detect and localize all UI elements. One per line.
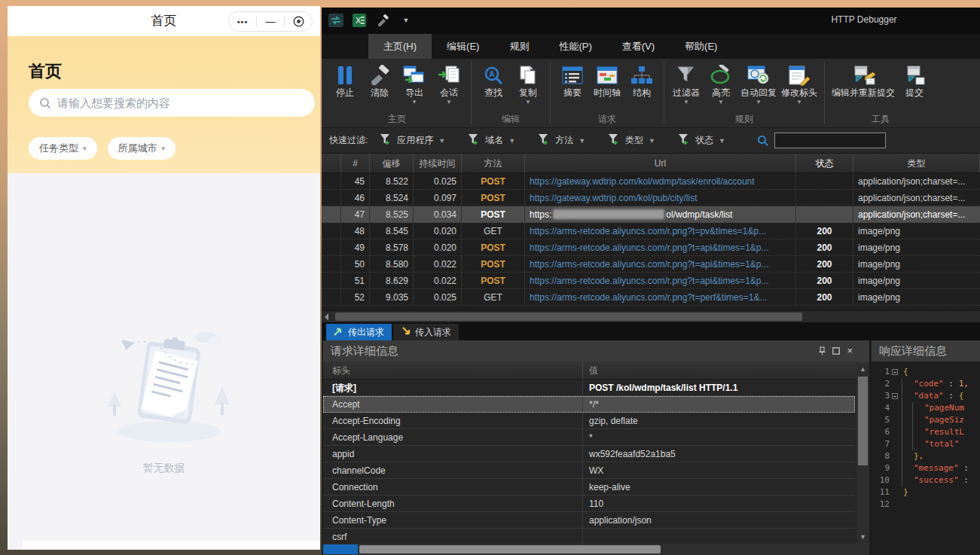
table-row[interactable]: 518.6290.022POSThttps://arms-retcode.ali…	[322, 273, 980, 289]
table-row[interactable]: 498.5780.020POSThttps://arms-retcode.ali…	[322, 239, 980, 256]
ribbon-button[interactable]: 过滤器▼	[669, 62, 704, 106]
request-vertical-scrollbar[interactable]: ▲ ▼	[856, 363, 869, 544]
cell: 8.525	[370, 206, 414, 222]
header-row[interactable]: channelCodeWX	[323, 462, 855, 479]
line-number: 3	[872, 390, 890, 402]
quick-filter-方法[interactable]: 方法▼	[538, 133, 585, 148]
header-row[interactable]: appidwx592feaafd52a1ba5	[323, 446, 855, 462]
table-row[interactable]: 478.5250.034POSThttps:ol/wdmp/task/lista…	[322, 206, 980, 223]
quick-filter-应用程序[interactable]: 应用程序▼	[380, 133, 445, 148]
scroll-left-icon[interactable]	[325, 313, 328, 321]
record-circle-icon[interactable]	[285, 12, 312, 31]
header-row[interactable]: Accept-Language*	[323, 429, 855, 446]
code-text: "data" : {	[900, 390, 980, 402]
search-input[interactable]	[57, 96, 304, 109]
header-row[interactable]: csrf	[323, 529, 855, 544]
ribbon-button[interactable]: 清除	[362, 62, 397, 106]
fold-gutter	[890, 426, 900, 438]
header-row[interactable]: [请求]POST /kol/wdmp/task/list HTTP/1.1	[323, 380, 855, 396]
column-header-value[interactable]: 值	[583, 361, 869, 379]
ribbon-button[interactable]: 会话▼	[432, 62, 466, 106]
fold-toggle-icon[interactable]	[890, 366, 900, 378]
column-header[interactable]: 方法	[462, 154, 525, 172]
ribbon-button[interactable]: A查找	[476, 62, 511, 106]
search-box[interactable]	[29, 89, 315, 117]
stream-tab-label: 传出请求	[348, 326, 384, 339]
column-header[interactable]: 偏移	[370, 154, 414, 172]
table-row[interactable]: 488.5450.020GEThttps://arms-retcode.aliy…	[322, 223, 980, 239]
column-header[interactable]	[322, 154, 341, 172]
ribbon-group-buttons: 摘要 时间轴 结构	[555, 62, 659, 112]
line-number: 12	[872, 499, 890, 511]
menu-tab[interactable]: 帮助(E)	[670, 34, 732, 59]
column-header[interactable]: 持续时间	[414, 154, 462, 172]
menu-tab[interactable]: 性能(P)	[544, 34, 606, 59]
stream-tab[interactable]: 传出请求	[326, 324, 392, 340]
header-name: csrf	[323, 529, 583, 544]
menu-tab[interactable]: 编辑(E)	[432, 34, 494, 59]
auto-reply-icon	[746, 63, 771, 87]
fold-toggle-icon[interactable]	[890, 390, 900, 402]
cell-url: https://gateway.wdtrip.com/kol/pub/city/…	[525, 190, 796, 206]
maximize-icon[interactable]	[832, 347, 840, 355]
stream-tab[interactable]: 传入请求	[393, 324, 459, 340]
ribbon-button[interactable]: 摘要	[555, 62, 590, 106]
ribbon-button[interactable]: 停止	[328, 62, 362, 106]
close-icon[interactable]: ×	[847, 340, 853, 361]
column-header-name[interactable]: 标头	[323, 361, 583, 379]
quick-filter-类型[interactable]: 类型▼	[608, 133, 655, 148]
quick-filter-域名[interactable]: 域名▼	[468, 133, 515, 148]
request-horizontal-scrollbar[interactable]	[323, 544, 869, 555]
caret-down-icon[interactable]: ▼	[398, 12, 414, 29]
cell	[322, 289, 341, 305]
filter-pill-city[interactable]: 所属城市▾	[108, 137, 176, 160]
table-row[interactable]: 458.5220.025POSThttps://gateway.wdtrip.c…	[322, 173, 980, 190]
menu-tab[interactable]: 主页(H)	[368, 34, 432, 59]
header-row[interactable]: Content-Typeapplication/json	[323, 512, 855, 529]
ribbon-button[interactable]: 编辑并重新提交	[829, 62, 897, 106]
column-header[interactable]: Url	[525, 154, 796, 172]
filter-pill-task-type[interactable]: 任务类型▾	[29, 137, 97, 160]
table-row[interactable]: 529.0350.025GEThttps://arms-retcode.aliy…	[322, 289, 980, 306]
pin-icon[interactable]	[819, 346, 826, 355]
menu-tab[interactable]: 查看(V)	[607, 34, 670, 59]
ribbon-button[interactable]: 高亮▼	[704, 62, 738, 106]
scroll-up-icon[interactable]: ▲	[858, 364, 868, 374]
ribbon-button[interactable]: 结构	[624, 62, 659, 106]
ribbon-button[interactable]: 时间轴	[590, 62, 624, 106]
header-row[interactable]: Connectionkeep-alive	[323, 479, 855, 496]
cell: 200	[796, 256, 853, 272]
cell: 48	[341, 223, 370, 239]
brush-icon[interactable]	[374, 12, 391, 29]
table-row[interactable]: 468.5240.097POSThttps://gateway.wdtrip.c…	[322, 190, 980, 206]
header-row[interactable]: Accept-Encodinggzip, deflate	[323, 413, 855, 429]
ribbon-button[interactable]: 自动回复▼	[738, 62, 779, 106]
table-horizontal-scrollbar[interactable]	[322, 310, 980, 322]
quick-filter-状态[interactable]: 状态▼	[678, 133, 725, 148]
header-row[interactable]: Accept*/*	[323, 396, 855, 413]
capsule-menu: ••• —	[228, 11, 313, 32]
column-header[interactable]: 类型	[853, 154, 980, 172]
column-header[interactable]: #	[341, 154, 370, 172]
table-row[interactable]: 508.5800.022POSThttps://arms-retcode.ali…	[322, 256, 980, 273]
scrollbar-thumb[interactable]	[858, 377, 868, 465]
ribbon-button[interactable]: 导出▼	[397, 62, 432, 106]
more-dots-icon[interactable]: •••	[229, 12, 256, 31]
header-value: wx592feaafd52a1ba5	[583, 446, 855, 462]
scrollbar-thumb[interactable]	[335, 313, 802, 321]
scroll-down-icon[interactable]: ▼	[858, 532, 868, 542]
minimize-icon[interactable]: —	[257, 12, 284, 31]
menu-tab[interactable]: 规则	[494, 34, 544, 59]
ribbon-button[interactable]: 修改标头▼	[779, 62, 820, 106]
ribbon-button-label: 摘要	[563, 87, 582, 99]
ribbon-button[interactable]: 提交	[897, 62, 932, 106]
excel-icon[interactable]: X	[351, 12, 368, 29]
sync-arrows-icon[interactable]	[328, 12, 344, 29]
ribbon-button[interactable]: 复制▼	[511, 62, 545, 106]
header-row[interactable]: Content-Length110	[323, 496, 855, 512]
column-header[interactable]: 状态	[796, 154, 853, 172]
header-value	[583, 529, 855, 544]
quick-filter-search-input[interactable]	[774, 133, 886, 148]
scrollbar-thumb[interactable]	[359, 545, 661, 553]
cell: POST	[462, 190, 525, 206]
